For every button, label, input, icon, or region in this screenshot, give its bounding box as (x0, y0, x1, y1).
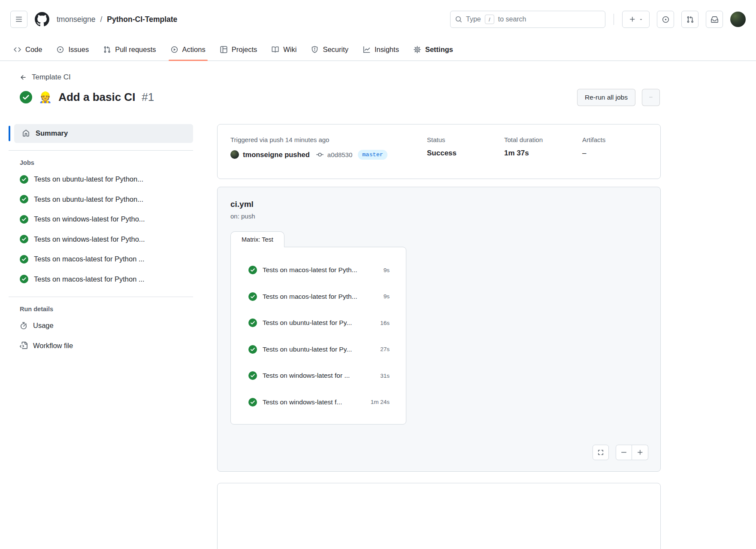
matrix-job-row[interactable]: Tests on macos-latest for Pyth... 9s (231, 257, 406, 284)
run-number: #1 (142, 91, 154, 104)
arrow-left-icon (20, 74, 27, 81)
tab-settings[interactable]: Settings (408, 39, 459, 61)
duration-column: Total duration 1m 37s (504, 136, 582, 167)
issue-opened-icon (57, 46, 64, 53)
sidebar-job-item[interactable]: Tests on windows-latest for Pytho... (20, 229, 193, 249)
sidebar-job-item[interactable]: Tests on ubuntu-latest for Python... (20, 189, 193, 209)
matrix-job-row[interactable]: Tests on macos-latest for Pyth... 9s (231, 283, 406, 310)
matrix-job-label: Tests on windows-latest f... (263, 398, 342, 406)
sidebar-item-usage[interactable]: Usage (20, 316, 193, 336)
inbox-icon (711, 16, 718, 23)
home-icon (22, 130, 30, 137)
sidebar-divider (9, 297, 193, 297)
graph-icon (363, 46, 370, 53)
sidebar-divider (9, 150, 193, 151)
sidebar-job-item[interactable]: Tests on ubuntu-latest for Python... (20, 170, 193, 190)
tab-label: Actions (182, 45, 206, 54)
tab-label: Wiki (283, 45, 296, 54)
kebab-horizontal-icon (650, 94, 652, 101)
matrix-job-label: Tests on macos-latest for Pyth... (263, 266, 357, 274)
job-label: Tests on windows-latest for Pytho... (34, 235, 145, 243)
actor-avatar[interactable] (230, 150, 239, 159)
pushed-row: tmonseigne pushed a0d8530 master (230, 150, 427, 160)
selected-indicator (9, 126, 10, 141)
run-more-options-button[interactable] (642, 89, 660, 106)
trigger-column: Triggered via push 14 minutes ago tmonse… (230, 136, 427, 167)
matrix-job-label: Tests on ubuntu-latest for Py... (263, 346, 352, 353)
breadcrumb-repo[interactable]: Python-CI-Template (107, 15, 177, 24)
actor-name[interactable]: tmonseigne pushed (243, 151, 310, 159)
check-circle-icon (248, 292, 257, 301)
matrix-job-row[interactable]: Tests on ubuntu-latest for Py... 16s (231, 310, 406, 337)
hamburger-menu-button[interactable] (10, 11, 27, 28)
user-avatar[interactable] (730, 12, 746, 27)
matrix-job-row[interactable]: Tests on ubuntu-latest for Py... 27s (231, 336, 406, 363)
top-bar: tmonseigne / Python-CI-Template Type / t… (0, 0, 756, 39)
artifacts-column: Artifacts – (582, 136, 647, 167)
tab-actions[interactable]: Actions (165, 39, 212, 61)
create-new-button[interactable] (622, 11, 650, 28)
issue-opened-icon (662, 16, 669, 23)
run-summary-card: Triggered via push 14 minutes ago tmonse… (217, 124, 661, 179)
tab-label: Issues (68, 45, 89, 54)
check-circle-icon (248, 345, 257, 354)
zoom-control-group (616, 445, 648, 460)
matrix-job-label: Tests on macos-latest for Pyth... (263, 293, 357, 300)
tab-pull-requests[interactable]: Pull requests (97, 39, 162, 61)
dash-icon (620, 449, 627, 456)
github-logo[interactable] (35, 12, 49, 27)
duration-value: 1m 37s (504, 149, 582, 158)
tab-code[interactable]: Code (8, 39, 48, 61)
sidebar-job-item[interactable]: Tests on windows-latest for Pytho... (20, 209, 193, 230)
gear-icon (414, 46, 421, 53)
run-sidebar: Summary Jobs Tests on ubuntu-latest for … (9, 124, 193, 549)
sidebar-item-label: Workflow file (33, 342, 73, 350)
zoom-out-button[interactable] (616, 445, 632, 460)
book-icon (272, 46, 279, 53)
back-to-workflow-link[interactable]: Template CI (20, 73, 71, 82)
matrix-job-row[interactable]: Tests on windows-latest for ... 31s (231, 363, 406, 389)
pull-requests-dashboard-button[interactable] (681, 11, 699, 28)
matrix-job-row[interactable]: Tests on windows-latest f... 1m 24s (231, 389, 406, 416)
sidebar-job-item[interactable]: Tests on macos-latest for Python ... (20, 269, 193, 289)
fullscreen-button[interactable] (593, 445, 609, 460)
tab-issues[interactable]: Issues (51, 39, 95, 61)
table-icon (220, 46, 227, 53)
tab-projects[interactable]: Projects (214, 39, 263, 61)
branch-badge[interactable]: master (358, 150, 387, 160)
issues-dashboard-button[interactable] (657, 11, 674, 28)
matrix-job-duration: 16s (380, 320, 390, 326)
matrix-job-duration: 1m 24s (371, 399, 390, 405)
run-details-heading: Run details (20, 306, 193, 312)
hamburger-icon (15, 16, 22, 23)
check-circle-icon (20, 215, 28, 224)
tab-label: Insights (375, 45, 399, 54)
status-label: Status (427, 136, 504, 143)
slash-key-hint: / (485, 15, 494, 24)
rerun-all-jobs-button[interactable]: Re-run all jobs (577, 89, 635, 106)
tab-insights[interactable]: Insights (357, 39, 405, 61)
breadcrumb-owner[interactable]: tmonseigne (57, 15, 95, 24)
run-main: Triggered via push 14 minutes ago tmonse… (217, 124, 661, 549)
tab-security[interactable]: Security (305, 39, 354, 61)
matrix-job-duration: 31s (380, 373, 390, 379)
job-label: Tests on macos-latest for Python ... (34, 255, 145, 263)
repo-tab-bar: Code Issues Pull requests Actions Projec… (0, 39, 756, 61)
matrix-job-duration: 9s (384, 293, 390, 300)
stopwatch-icon (20, 322, 27, 330)
zoom-in-button[interactable] (632, 445, 648, 460)
commit-sha[interactable]: a0d8530 (327, 151, 352, 158)
run-success-icon (20, 91, 32, 103)
tab-wiki[interactable]: Wiki (266, 39, 302, 61)
search-input[interactable]: Type / to search (450, 11, 605, 28)
sidebar-job-item[interactable]: Tests on macos-latest for Python ... (20, 249, 193, 270)
sidebar-item-summary[interactable]: Summary (14, 124, 193, 143)
sidebar-item-label: Summary (36, 129, 68, 137)
sidebar-item-workflow-file[interactable]: Workflow file (20, 336, 193, 356)
run-title-emoji: 👷 (39, 92, 52, 103)
trigger-text: Triggered via push 14 minutes ago (230, 136, 427, 143)
artifacts-value: – (582, 149, 647, 158)
matrix-group-tab[interactable]: Matrix: Test (230, 231, 284, 247)
check-circle-icon (20, 275, 28, 283)
notifications-inbox-button[interactable] (706, 11, 723, 28)
